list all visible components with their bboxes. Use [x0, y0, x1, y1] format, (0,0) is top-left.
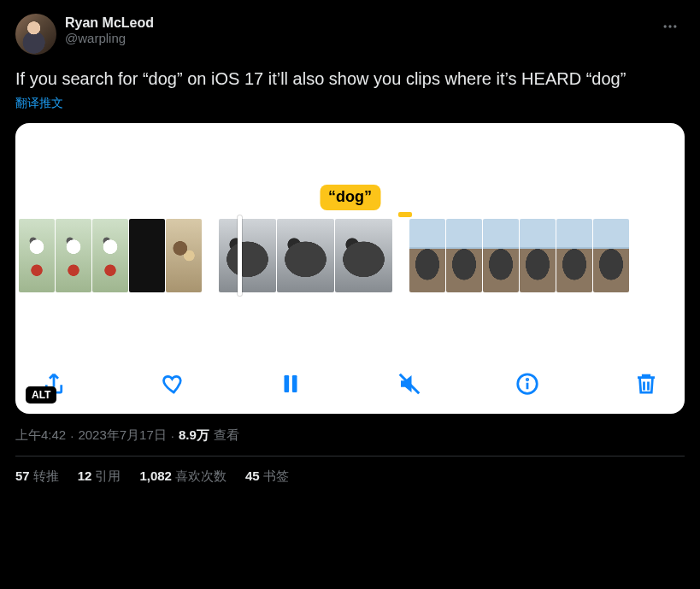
video-thumbnail	[277, 219, 334, 292]
more-options-button[interactable]	[656, 12, 685, 41]
video-thumbnail	[219, 219, 276, 292]
video-thumbnail	[556, 219, 592, 292]
like-button[interactable]	[158, 369, 187, 398]
clip-group-1	[19, 219, 202, 292]
tweet-header: Ryan McLeod @warpling	[15, 14, 685, 55]
svg-point-6	[527, 379, 529, 380]
retweets-stat[interactable]: 57转推	[15, 468, 59, 485]
video-thumbnail	[483, 219, 519, 292]
author-block: Ryan McLeod @warpling	[65, 14, 154, 45]
svg-point-0	[664, 25, 667, 27]
video-thumbnail	[446, 219, 482, 292]
handle[interactable]: @warpling	[65, 31, 154, 45]
tweet-meta: 上午4:42 · 2023年7月17日 · 8.9万 查看	[15, 427, 685, 444]
clip-group-3	[409, 219, 629, 292]
scrubber-flag	[398, 212, 412, 217]
media-card[interactable]: “dog”	[15, 123, 685, 414]
heart-icon	[160, 371, 185, 397]
views-label: 查看	[214, 427, 239, 444]
search-term-chip: “dog”	[320, 185, 380, 210]
likes-stat[interactable]: 1,082喜欢次数	[139, 468, 226, 485]
tweet-stats: 57转推 12引用 1,082喜欢次数 45书签	[15, 456, 685, 485]
tweet-container: Ryan McLeod @warpling If you search for …	[0, 0, 700, 495]
ellipsis-icon	[662, 18, 679, 35]
video-thumbnail	[129, 219, 165, 292]
bookmarks-stat[interactable]: 45书签	[245, 468, 289, 485]
svg-rect-4	[292, 375, 297, 392]
video-thumbnail	[92, 219, 128, 292]
alt-badge[interactable]: ALT	[26, 386, 56, 403]
delete-button[interactable]	[632, 369, 661, 398]
video-thumbnail	[593, 219, 629, 292]
svg-rect-3	[285, 375, 290, 392]
tweet-date[interactable]: 2023年7月17日	[78, 427, 166, 444]
media-toolbar	[15, 357, 685, 414]
video-thumbnail	[520, 219, 556, 292]
video-thumbnail	[166, 219, 202, 292]
media-card-top: “dog”	[15, 123, 685, 219]
quotes-stat[interactable]: 12引用	[78, 468, 121, 485]
display-name[interactable]: Ryan McLeod	[65, 15, 154, 31]
speaker-muted-icon	[397, 371, 422, 397]
svg-point-2	[674, 25, 676, 27]
translate-link[interactable]: 翻译推文	[15, 96, 63, 111]
clip-group-2	[219, 219, 392, 292]
tweet-text: If you search for “dog” on iOS 17 it’ll …	[15, 67, 685, 91]
mute-button[interactable]	[395, 369, 424, 398]
video-thumbnail	[19, 219, 55, 292]
info-icon	[515, 371, 540, 397]
pause-icon	[278, 371, 303, 397]
trash-icon	[633, 371, 659, 397]
avatar[interactable]	[15, 14, 56, 55]
video-thumbnail	[409, 219, 445, 292]
filmstrip[interactable]	[15, 219, 685, 292]
video-thumbnail	[335, 219, 392, 292]
tweet-time[interactable]: 上午4:42	[15, 427, 66, 444]
video-thumbnail	[56, 219, 91, 292]
pause-button[interactable]	[276, 369, 305, 398]
playhead-scrubber[interactable]	[238, 215, 242, 296]
views-count: 8.9万	[179, 427, 209, 444]
svg-point-1	[668, 25, 671, 27]
info-button[interactable]	[513, 369, 542, 398]
